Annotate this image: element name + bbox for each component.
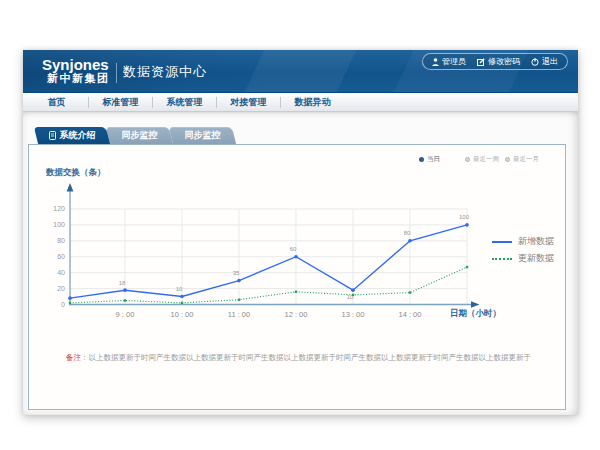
svg-text:60: 60 <box>57 253 65 260</box>
main-nav: 首页 标准管理 系统管理 对接管理 数据异动 <box>23 93 578 112</box>
legend-item-updated-data: 更新数据 <box>492 250 554 267</box>
user-icon <box>432 58 439 66</box>
y-axis-title: 数据交换（条） <box>46 167 106 179</box>
filter-today[interactable]: 当日 <box>419 155 440 164</box>
svg-text:10: 10 <box>176 286 183 292</box>
power-icon <box>531 58 539 66</box>
nav-item-system-mgmt[interactable]: 系统管理 <box>153 96 216 109</box>
legend-line-dotted <box>492 258 512 260</box>
svg-text:13 : 00: 13 : 00 <box>342 310 365 319</box>
tab-bar: 系统介绍 同步监控 同步监控 <box>36 127 234 144</box>
nav-item-interface-mgmt[interactable]: 对接管理 <box>217 96 280 109</box>
radio-dot <box>505 157 510 162</box>
filter-last-week[interactable]: 最近一周 <box>465 155 499 164</box>
svg-text:0: 0 <box>61 301 65 308</box>
user-bar: 管理员 修改密码 退出 <box>422 53 568 70</box>
tab-sync-monitor-1[interactable]: 同步监控 <box>108 127 171 144</box>
brand-logo-cn: 新中新集团 <box>47 71 110 86</box>
svg-text:11 : 00: 11 : 00 <box>228 310 250 319</box>
svg-text:18: 18 <box>119 280 126 286</box>
svg-text:100: 100 <box>459 214 470 220</box>
content-area: 系统介绍 同步监控 同步监控 0204060801001209 : 0010 :… <box>23 112 578 415</box>
svg-text:12 : 00: 12 : 00 <box>285 310 308 319</box>
logo-divider <box>116 63 117 83</box>
svg-text:40: 40 <box>57 269 65 276</box>
tab-sync-monitor-2[interactable]: 同步监控 <box>171 127 234 144</box>
chart-legend: 新增数据 更新数据 <box>492 233 554 267</box>
current-user[interactable]: 管理员 <box>432 56 466 67</box>
svg-text:20: 20 <box>57 285 65 292</box>
time-filter: 当日 最近一周 最近一月 <box>29 145 567 175</box>
svg-text:9 : 00: 9 : 00 <box>116 310 135 319</box>
radio-dot <box>465 157 470 162</box>
chart-panel: 0204060801001209 : 0010 : 0011 : 0012 : … <box>28 144 566 410</box>
legend-line-solid <box>492 241 512 243</box>
svg-text:80: 80 <box>57 237 65 244</box>
app-header: Synjones 新中新集团 数据资源中心 管理员 修改密码 退出 <box>23 50 578 93</box>
svg-text:120: 120 <box>53 205 65 212</box>
edit-icon <box>477 58 485 66</box>
footnote-prefix: 备注 <box>66 353 81 362</box>
logout-button[interactable]: 退出 <box>531 56 558 67</box>
svg-text:100: 100 <box>53 221 65 228</box>
change-password-button[interactable]: 修改密码 <box>477 56 520 67</box>
filter-last-month[interactable]: 最近一月 <box>505 155 539 164</box>
nav-item-data-change[interactable]: 数据异动 <box>281 96 344 109</box>
line-chart: 0204060801001209 : 0010 : 0011 : 0012 : … <box>29 145 567 411</box>
app-title: 数据资源中心 <box>123 63 207 81</box>
svg-text:10 : 00: 10 : 00 <box>171 310 194 319</box>
tab-system-intro[interactable]: 系统介绍 <box>36 127 108 144</box>
svg-text:80: 80 <box>404 230 411 236</box>
footnote-text: ：以上数据更新于时间产生数据以上数据更新于时间产生数据以上数据更新于时间产生数据… <box>81 353 531 362</box>
radio-dot <box>419 157 424 162</box>
svg-text:35: 35 <box>233 270 240 276</box>
nav-item-home[interactable]: 首页 <box>25 96 88 109</box>
svg-text:14 : 00: 14 : 00 <box>399 310 422 319</box>
document-icon <box>49 131 56 140</box>
footnote: 备注：以上数据更新于时间产生数据以上数据更新于时间产生数据以上数据更新于时间产生… <box>66 353 531 363</box>
x-axis-title: 日期（小时） <box>450 308 501 320</box>
page-card: Synjones 新中新集团 数据资源中心 管理员 修改密码 退出 首页 标准管… <box>23 50 578 415</box>
svg-text:60: 60 <box>290 246 297 252</box>
nav-item-standard-mgmt[interactable]: 标准管理 <box>89 96 152 109</box>
legend-item-new-data: 新增数据 <box>492 233 554 250</box>
